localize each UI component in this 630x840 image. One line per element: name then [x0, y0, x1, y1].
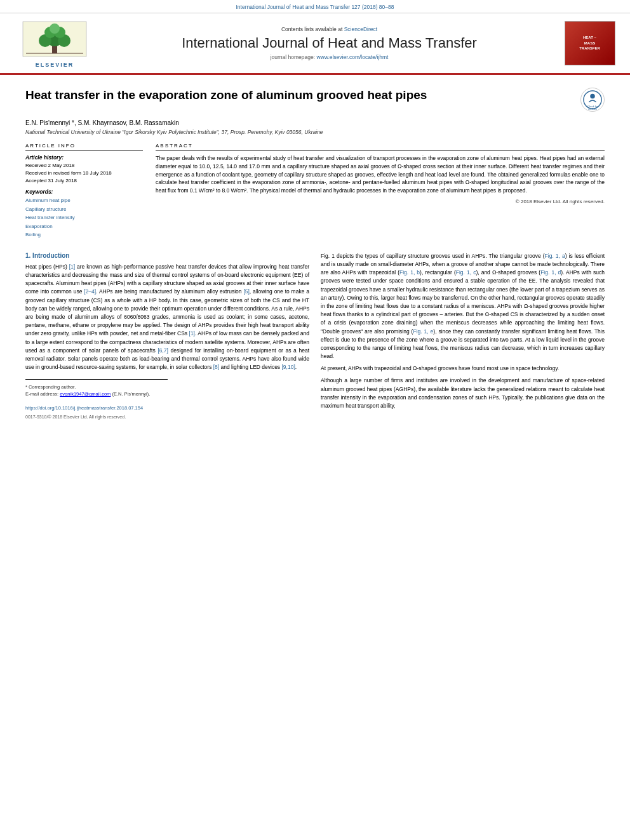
doi-line1[interactable]: https://doi.org/10.1016/j.ijheatmasstran… [25, 404, 309, 412]
right-para1: Fig. 1 depicts the types of capillary st… [321, 252, 605, 361]
journal-header: ELSEVIER Contents lists available at Sci… [0, 13, 630, 75]
main-content: 1. Introduction Heat pipes (HPs) [1] are… [25, 252, 605, 419]
badge-icon: Check for updates [583, 90, 602, 110]
citation-text: International Journal of Heat and Mass T… [236, 4, 394, 10]
journal-cover: HEAT – MASS TRANSFER [560, 21, 620, 65]
info-abstract-block: ARTICLE INFO Article history: Received 2… [25, 143, 605, 239]
right-column: Fig. 1 depicts the types of capillary st… [321, 252, 605, 419]
journal-citation: International Journal of Heat and Mass T… [0, 0, 630, 13]
title-section: Heat transfer in the evaporation zone of… [25, 88, 605, 114]
email-link[interactable]: evgnik1947@gmail.com [60, 391, 111, 397]
check-updates-badge: Check for updates [580, 88, 605, 112]
email-note: E-mail address: evgnik1947@gmail.com (E.… [25, 390, 309, 397]
revised-date: Received in revised form 18 July 2018 [25, 170, 143, 177]
left-column: 1. Introduction Heat pipes (HPs) [1] are… [25, 252, 309, 419]
history-label: Article history: [25, 154, 143, 161]
keyword-3: Heat transfer intensity [25, 213, 143, 222]
sciencedirect-link: Contents lists available at ScienceDirec… [99, 26, 560, 32]
keyword-5: Boiling [25, 230, 143, 239]
cover-image: HEAT – MASS TRANSFER [565, 21, 615, 65]
footnote-divider [25, 379, 168, 380]
affiliation: National Technical University of Ukraine… [25, 129, 605, 135]
copyright-line: © 2018 Elsevier Ltd. All rights reserved… [156, 199, 605, 204]
doi-line2: 0017-9310/© 2018 Elsevier Ltd. All right… [25, 415, 309, 419]
accepted-date: Accepted 31 July 2018 [25, 177, 143, 185]
svg-point-7 [50, 23, 60, 34]
journal-homepage: journal homepage: www.elsevier.com/locat… [99, 54, 560, 60]
keyword-1: Aluminum heat pipe [25, 196, 143, 205]
abstract-section: ABSTRACT The paper deals with the result… [156, 143, 605, 239]
right-para2: At present, AHPs with trapezoidal and Ω-… [321, 364, 605, 373]
elsevier-tree-icon [20, 18, 90, 60]
corresponding-note: * Corresponding author. [25, 383, 309, 390]
article-page: Heat transfer in the evaporation zone of… [0, 75, 630, 432]
elsevier-label: ELSEVIER [36, 62, 74, 68]
authors: E.N. Pis'mennyi *, S.M. Khayrnasov, B.M.… [25, 119, 605, 126]
homepage-link[interactable]: www.elsevier.com/locate/ijhmt [316, 54, 388, 60]
right-para3: Although a large number of firms and ins… [321, 377, 605, 410]
journal-title: International Journal of Heat and Mass T… [99, 35, 560, 51]
received-date: Received 2 May 2018 [25, 162, 143, 170]
article-info-label: ARTICLE INFO [25, 143, 143, 150]
abstract-label: ABSTRACT [156, 143, 605, 150]
keywords-label: Keywords: [25, 189, 143, 195]
svg-text:updates: updates [588, 108, 596, 110]
article-info: ARTICLE INFO Article history: Received 2… [25, 143, 143, 239]
publisher-logo: ELSEVIER [10, 18, 99, 68]
svg-point-10 [590, 94, 595, 99]
keywords-list: Aluminum heat pipe Capillary structure H… [25, 196, 143, 239]
keyword-2: Capillary structure [25, 205, 143, 214]
section1-heading: 1. Introduction [25, 252, 309, 259]
keyword-4: Evaporation [25, 222, 143, 231]
abstract-text: The paper deals with the results of expe… [156, 154, 605, 195]
article-title: Heat transfer in the evaporation zone of… [25, 88, 574, 103]
sciencedirect-anchor[interactable]: ScienceDirect [344, 26, 377, 32]
journal-title-block: Contents lists available at ScienceDirec… [99, 26, 560, 60]
section1-para1: Heat pipes (HPs) [1] are known as high-p… [25, 263, 309, 371]
